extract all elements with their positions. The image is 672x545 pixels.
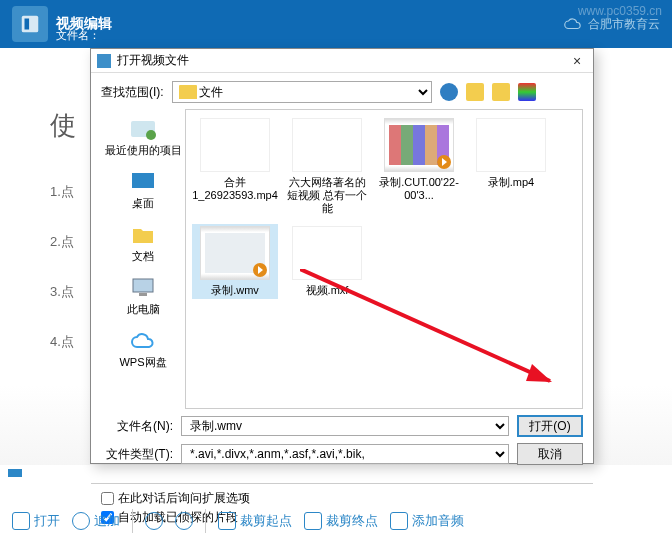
file-thumb [292, 226, 362, 280]
bottom-toolbar: 打开 追加 裁剪起点 裁剪终点 添加音频 [0, 501, 672, 541]
watermark-text: www.pc0359.cn [578, 4, 662, 18]
audio-icon [390, 512, 408, 530]
sidebar-item-label: 此电脑 [127, 302, 160, 317]
play-icon [145, 512, 163, 530]
timeline-clip[interactable] [8, 469, 22, 477]
append-tool-button[interactable]: 追加 [72, 512, 120, 530]
file-name: 合并1_26923593.mp4 [192, 176, 278, 202]
cloud-text: 合肥市教育云 [588, 16, 660, 33]
open-button[interactable]: 打开(O) [517, 415, 583, 437]
open-tool-button[interactable]: 打开 [12, 512, 60, 530]
file-name: 六大网络著名的短视频 总有一个能 [286, 176, 368, 216]
file-item[interactable]: 录制.mp4 [468, 116, 554, 218]
file-thumb [476, 118, 546, 172]
file-item-selected[interactable]: 录制.wmv [192, 224, 278, 299]
sidebar-documents[interactable]: 文档 [101, 219, 185, 268]
file-name: 录制.CUT.00'22-00'3... [378, 176, 460, 202]
svg-rect-1 [25, 19, 30, 30]
cancel-button[interactable]: 取消 [517, 443, 583, 465]
sidebar-item-label: 最近使用的项目 [105, 143, 182, 158]
divider [205, 509, 206, 533]
file-item[interactable]: 录制.CUT.00'22-00'3... [376, 116, 462, 218]
recent-icon [129, 117, 157, 141]
trim-start-icon [218, 512, 236, 530]
file-item[interactable]: 六大网络著名的短视频 总有一个能 [284, 116, 370, 218]
svg-rect-4 [132, 173, 154, 188]
up-folder-icon[interactable] [466, 83, 484, 101]
trim-end-icon [304, 512, 322, 530]
filename-input[interactable]: 录制.wmv [181, 416, 509, 436]
app-header: 视频编辑 文件名： www.pc0359.cn 合肥市教育云 [0, 0, 672, 48]
plus-icon [72, 512, 90, 530]
sidebar-desktop[interactable]: 桌面 [101, 166, 185, 215]
file-list[interactable]: 合并1_26923593.mp4 六大网络著名的短视频 总有一个能 录制.CUT… [185, 109, 583, 409]
file-thumb [200, 118, 270, 172]
play-icon [437, 155, 451, 169]
computer-icon [129, 276, 157, 300]
add-audio-button[interactable]: 添加音频 [390, 512, 464, 530]
documents-icon [129, 223, 157, 247]
sidebar-thispc[interactable]: 此电脑 [101, 272, 185, 321]
folder-icon [179, 85, 197, 99]
open-icon [12, 512, 30, 530]
svg-rect-0 [22, 16, 39, 33]
dialog-titlebar: 打开视频文件 × [91, 49, 593, 73]
app-logo [12, 6, 48, 42]
play-tool-button[interactable] [145, 512, 163, 530]
divider [132, 509, 133, 533]
svg-rect-5 [133, 279, 153, 292]
next-tool-button[interactable] [175, 512, 193, 530]
trim-start-button[interactable]: 裁剪起点 [218, 512, 292, 530]
look-in-select[interactable]: 文件 [172, 81, 432, 103]
cloud-icon [129, 329, 157, 353]
play-icon [253, 263, 267, 277]
sidebar-item-label: 文档 [132, 249, 154, 264]
timeline[interactable] [0, 469, 672, 485]
svg-point-3 [146, 130, 156, 140]
file-open-dialog: 打开视频文件 × 查找范围(I): 文件 最近使用的项目 [90, 48, 594, 464]
filename-field-label: 文件名(N): [101, 418, 173, 435]
file-name: 录制.wmv [211, 284, 259, 297]
file-thumb [200, 226, 270, 280]
file-item[interactable]: 视频.mxf [284, 224, 370, 299]
new-folder-icon[interactable] [492, 83, 510, 101]
filetype-select[interactable]: *.avi,*.divx,*.anm,*.asf,*.avi,*.bik, [181, 444, 509, 464]
sidebar-item-label: 桌面 [132, 196, 154, 211]
back-icon[interactable] [440, 83, 458, 101]
file-item[interactable]: 合并1_26923593.mp4 [192, 116, 278, 218]
sidebar-item-label: WPS网盘 [119, 355, 166, 370]
close-button[interactable]: × [567, 53, 587, 69]
desktop-icon [129, 170, 157, 194]
file-thumb [384, 118, 454, 172]
filetype-field-label: 文件类型(T): [101, 446, 173, 463]
places-sidebar: 最近使用的项目 桌面 文档 此电脑 WPS网盘 [101, 109, 185, 409]
sidebar-wps[interactable]: WPS网盘 [101, 325, 185, 374]
file-name: 录制.mp4 [488, 176, 534, 189]
svg-rect-6 [139, 293, 147, 296]
file-name: 视频.mxf [306, 284, 349, 297]
dialog-icon [97, 54, 111, 68]
filename-label: 文件名： [56, 28, 100, 43]
next-icon [175, 512, 193, 530]
file-thumb [292, 118, 362, 172]
view-menu-icon[interactable] [518, 83, 536, 101]
sidebar-recent[interactable]: 最近使用的项目 [101, 113, 185, 162]
cloud-link[interactable]: 合肥市教育云 [564, 16, 660, 33]
dialog-title-text: 打开视频文件 [117, 52, 189, 69]
look-in-label: 查找范围(I): [101, 84, 164, 101]
trim-end-button[interactable]: 裁剪终点 [304, 512, 378, 530]
